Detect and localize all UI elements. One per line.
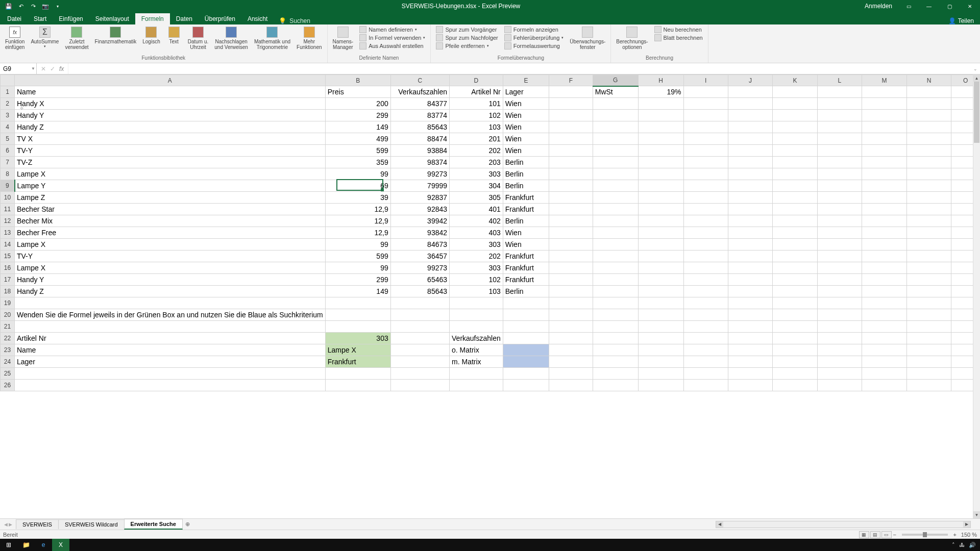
- cell-C3[interactable]: 83774: [390, 110, 449, 121]
- cell-H21[interactable]: [638, 321, 683, 333]
- cell-D13[interactable]: 403: [450, 227, 503, 239]
- cell-A21[interactable]: [15, 321, 326, 333]
- cell-J3[interactable]: [728, 110, 772, 121]
- cell-F16[interactable]: [549, 262, 593, 274]
- cell-M23[interactable]: [862, 344, 907, 356]
- cell-D18[interactable]: 103: [450, 286, 503, 297]
- cell-H25[interactable]: [638, 368, 683, 380]
- autosum-button[interactable]: ΣAutoSumme▾: [29, 26, 61, 49]
- sheet-tab-wildcard[interactable]: SVERWEIS Wildcard: [58, 519, 125, 529]
- sheet-tab-erweiterte[interactable]: Erweiterte Suche: [124, 519, 183, 530]
- cell-L18[interactable]: [817, 286, 862, 297]
- cell-E11[interactable]: Frankfurt: [503, 204, 549, 215]
- cell-F25[interactable]: [549, 368, 593, 380]
- cell-N6[interactable]: [906, 145, 951, 157]
- cell-M26[interactable]: [862, 380, 907, 391]
- cell-C9[interactable]: 79999: [390, 180, 449, 192]
- cell-I9[interactable]: [683, 180, 728, 192]
- cell-G13[interactable]: [593, 227, 638, 239]
- cell-L5[interactable]: [817, 133, 862, 145]
- cell-F5[interactable]: [549, 133, 593, 145]
- cell-M2[interactable]: [862, 98, 907, 110]
- cell-N2[interactable]: [906, 98, 951, 110]
- cell-M11[interactable]: [862, 204, 907, 215]
- cell-L13[interactable]: [817, 227, 862, 239]
- cell-F18[interactable]: [549, 286, 593, 297]
- cell-M24[interactable]: [862, 356, 907, 368]
- row-header-7[interactable]: 7: [1, 157, 15, 168]
- cell-C8[interactable]: 99273: [390, 168, 449, 180]
- cell-G14[interactable]: [593, 239, 638, 251]
- cell-E17[interactable]: Frankfurt: [503, 274, 549, 286]
- cell-L1[interactable]: [817, 86, 862, 98]
- column-header-B[interactable]: B: [325, 75, 390, 86]
- row-header-4[interactable]: 4: [1, 121, 15, 133]
- scroll-thumb[interactable]: [974, 82, 979, 143]
- cell-J13[interactable]: [728, 227, 772, 239]
- cell-E18[interactable]: Berlin: [503, 286, 549, 297]
- cell-F2[interactable]: [549, 98, 593, 110]
- cell-B9[interactable]: 69: [325, 180, 390, 192]
- name-box[interactable]: G9 ▼: [0, 63, 37, 74]
- cell-H13[interactable]: [638, 227, 683, 239]
- cell-E9[interactable]: Berlin: [503, 180, 549, 192]
- cell-D14[interactable]: 303: [450, 239, 503, 251]
- cell-C18[interactable]: 85643: [390, 286, 449, 297]
- row-header-11[interactable]: 11: [1, 204, 15, 215]
- cell-I15[interactable]: [683, 251, 728, 262]
- cell-E14[interactable]: Wien: [503, 239, 549, 251]
- row-header-22[interactable]: 22: [1, 333, 15, 344]
- cell-B26[interactable]: [325, 380, 390, 391]
- cell-F21[interactable]: [549, 321, 593, 333]
- column-header-A[interactable]: A: [15, 75, 326, 86]
- cell-G2[interactable]: [593, 98, 638, 110]
- cell-L8[interactable]: [817, 168, 862, 180]
- cell-G17[interactable]: [593, 274, 638, 286]
- cell-I4[interactable]: [683, 121, 728, 133]
- cell-A12[interactable]: Becher Mix: [15, 215, 326, 227]
- cell-F24[interactable]: [549, 356, 593, 368]
- cell-B12[interactable]: 12,9: [325, 215, 390, 227]
- cell-L7[interactable]: [817, 157, 862, 168]
- cell-N23[interactable]: [906, 344, 951, 356]
- cell-E24[interactable]: [503, 356, 549, 368]
- cell-F26[interactable]: [549, 380, 593, 391]
- cell-F11[interactable]: [549, 204, 593, 215]
- cell-E21[interactable]: [503, 321, 549, 333]
- row-header-13[interactable]: 13: [1, 227, 15, 239]
- tab-datei[interactable]: Datei: [1, 13, 28, 24]
- cell-C15[interactable]: 36457: [390, 251, 449, 262]
- cell-F13[interactable]: [549, 227, 593, 239]
- system-tray[interactable]: ˄ 🖧 🔊: [952, 542, 980, 548]
- cell-K6[interactable]: [773, 145, 818, 157]
- cell-N17[interactable]: [906, 274, 951, 286]
- cell-K22[interactable]: [773, 333, 818, 344]
- cell-F8[interactable]: [549, 168, 593, 180]
- cell-K7[interactable]: [773, 157, 818, 168]
- edge-icon[interactable]: e: [35, 539, 52, 551]
- cell-J26[interactable]: [728, 380, 772, 391]
- cell-I13[interactable]: [683, 227, 728, 239]
- cell-G8[interactable]: [593, 168, 638, 180]
- cell-M6[interactable]: [862, 145, 907, 157]
- row-header-26[interactable]: 26: [1, 380, 15, 391]
- cell-K5[interactable]: [773, 133, 818, 145]
- cell-C6[interactable]: 93884: [390, 145, 449, 157]
- scroll-down-icon[interactable]: ▼: [973, 511, 980, 518]
- column-header-G[interactable]: G: [593, 75, 638, 86]
- cell-J10[interactable]: [728, 192, 772, 204]
- cell-J14[interactable]: [728, 239, 772, 251]
- select-all-corner[interactable]: [1, 75, 15, 86]
- cell-H11[interactable]: [638, 204, 683, 215]
- cell-N15[interactable]: [906, 251, 951, 262]
- cell-A1[interactable]: Name: [15, 86, 326, 98]
- cell-H16[interactable]: [638, 262, 683, 274]
- cell-N9[interactable]: [906, 180, 951, 192]
- cell-I23[interactable]: [683, 344, 728, 356]
- cell-D21[interactable]: [450, 321, 503, 333]
- cell-E15[interactable]: Frankfurt: [503, 251, 549, 262]
- cell-J7[interactable]: [728, 157, 772, 168]
- cell-L19[interactable]: [817, 297, 862, 309]
- math-trig-button[interactable]: Mathematik und Trigonometrie: [252, 26, 292, 51]
- close-icon[interactable]: ✕: [960, 0, 980, 12]
